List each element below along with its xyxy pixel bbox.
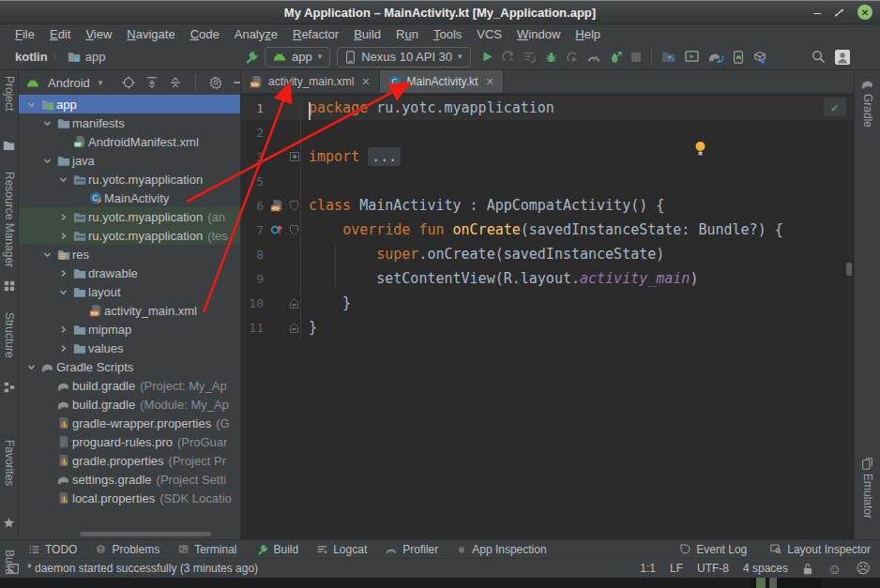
tree-item-androidmanifest-xml[interactable]: MFAndroidManifest.xml bbox=[19, 132, 240, 151]
debug-button[interactable] bbox=[545, 51, 557, 64]
tool-window-button-profiler[interactable]: Profiler bbox=[385, 543, 438, 556]
gradle-sync-button[interactable] bbox=[708, 51, 723, 63]
tree-item-values[interactable]: values bbox=[19, 339, 240, 357]
code-line-3[interactable]: 3import ... bbox=[241, 144, 854, 169]
tree-item-gradle-scripts[interactable]: Gradle Scripts bbox=[19, 357, 240, 376]
tree-item-build-gradle[interactable]: build.gradle(Project: My_Ap bbox=[19, 376, 240, 395]
project-view-select[interactable]: Android bbox=[48, 76, 90, 90]
device-file-explorer-button[interactable] bbox=[661, 51, 675, 63]
device-manager-button[interactable] bbox=[733, 51, 744, 64]
menu-item-view[interactable]: View bbox=[78, 27, 119, 41]
tool-stripe-favorites[interactable]: Favorites bbox=[3, 440, 16, 529]
profiler-gauge-button[interactable] bbox=[587, 52, 600, 63]
hide-panel-button[interactable] bbox=[233, 77, 241, 88]
happy-face-icon[interactable]: ☺ bbox=[827, 561, 842, 577]
tool-window-button-app-inspection[interactable]: App Inspection bbox=[456, 543, 546, 556]
tree-item-layout[interactable]: layout bbox=[19, 282, 240, 301]
menu-item-file[interactable]: File bbox=[8, 27, 42, 41]
intention-bulb-icon[interactable] bbox=[694, 141, 706, 156]
editor-scrollbar-thumb[interactable] bbox=[846, 263, 852, 276]
tree-item-ru-yotc-myapplication[interactable]: ru.yotc.myapplication(tes bbox=[19, 226, 240, 245]
tree-item-local-properties[interactable]: local.properties(SDK Locatio bbox=[19, 489, 240, 507]
menu-item-navigate[interactable]: Navigate bbox=[119, 27, 182, 41]
device-select[interactable]: Nexus 10 API 30 ▾ bbox=[337, 47, 470, 68]
tree-item-activity-main-xml[interactable]: <>activity_main.xml bbox=[19, 301, 240, 320]
expand-all-button[interactable] bbox=[145, 76, 159, 89]
collapse-all-button[interactable] bbox=[169, 76, 182, 89]
code-line-9[interactable]: 9 setContentView(R.layout.activity_main) bbox=[241, 266, 854, 291]
tree-item-java[interactable]: java bbox=[19, 151, 240, 170]
menu-item-refactor[interactable]: Refactor bbox=[285, 27, 346, 41]
tool-window-button-terminal[interactable]: Terminal bbox=[177, 543, 236, 556]
apply-changes-button[interactable] bbox=[523, 51, 537, 63]
tree-item-mainactivity[interactable]: CMainActivity bbox=[19, 188, 240, 207]
profile-avatar-button[interactable] bbox=[835, 50, 850, 65]
chevron-right-icon[interactable] bbox=[56, 343, 70, 354]
tool-window-button-logcat[interactable]: Logcat bbox=[316, 543, 367, 556]
editor-tab-activity-main-xml[interactable]: <>activity_main.xml✕ bbox=[241, 70, 380, 93]
menu-item-help[interactable]: Help bbox=[568, 27, 608, 41]
code-line-5[interactable]: 5 bbox=[241, 169, 854, 193]
gear-button[interactable] bbox=[209, 76, 222, 89]
tree-item-ru-yotc-myapplication[interactable]: ru.yotc.myapplication bbox=[19, 170, 240, 188]
project-horizontal-scrollbar[interactable] bbox=[80, 532, 211, 536]
run-configuration-select[interactable]: app ▾ bbox=[265, 47, 330, 68]
menu-item-build[interactable]: Build bbox=[346, 27, 388, 41]
caret-position[interactable]: 1:1 bbox=[640, 562, 656, 575]
chevron-down-icon[interactable] bbox=[24, 362, 38, 372]
breadcrumb-project[interactable]: kotlin bbox=[15, 50, 48, 64]
tree-item-settings-gradle[interactable]: settings.gradle(Project Setti bbox=[19, 470, 240, 489]
line-ending-indicator[interactable]: LF bbox=[670, 562, 683, 575]
menu-item-code[interactable]: Code bbox=[183, 27, 227, 41]
avd-monitor-button[interactable] bbox=[685, 51, 699, 63]
inspection-status-badge[interactable]: ✔ bbox=[824, 98, 846, 116]
chevron-right-icon[interactable] bbox=[56, 212, 70, 222]
tool-window-button-todo[interactable]: TODO bbox=[28, 543, 77, 556]
chevron-down-icon[interactable] bbox=[40, 156, 54, 166]
tree-item-drawable[interactable]: drawable bbox=[19, 264, 240, 282]
code-line-1[interactable]: 1package ru.yotc.myapplication bbox=[241, 96, 854, 120]
editor-tab-mainactivity-kt[interactable]: CMainActivity.kt✕ bbox=[380, 70, 504, 93]
sad-face-icon[interactable]: ☹ bbox=[856, 560, 871, 577]
locate-file-button[interactable] bbox=[122, 76, 135, 89]
indent-indicator[interactable]: 4 spaces bbox=[743, 562, 788, 575]
stop-button[interactable] bbox=[630, 52, 642, 63]
tool-window-button-build[interactable]: Build bbox=[255, 542, 299, 556]
menu-item-analyze[interactable]: Analyze bbox=[227, 27, 285, 41]
tree-item-res[interactable]: res bbox=[19, 245, 240, 264]
tree-item-mipmap[interactable]: mipmap bbox=[19, 320, 240, 339]
profile-app-button[interactable] bbox=[566, 51, 579, 64]
chevron-down-icon[interactable] bbox=[56, 174, 70, 185]
close-tab-icon[interactable]: ✕ bbox=[485, 76, 493, 88]
chevron-right-icon[interactable] bbox=[56, 268, 70, 279]
tool-window-button-problems[interactable]: Problems bbox=[95, 543, 159, 556]
tool-window-button-event-log[interactable]: Event Log bbox=[679, 543, 747, 556]
tool-stripe-emulator[interactable]: Emulator bbox=[861, 458, 874, 519]
menu-item-edit[interactable]: Edit bbox=[42, 27, 78, 41]
chevron-down-icon[interactable] bbox=[40, 249, 54, 260]
menu-item-tools[interactable]: Tools bbox=[426, 27, 469, 41]
tree-item-build-gradle[interactable]: build.gradle(Module: My_Ap bbox=[19, 395, 240, 414]
close-tab-icon[interactable]: ✕ bbox=[361, 76, 370, 88]
code-line-2[interactable]: 2 bbox=[241, 120, 854, 144]
code-line-10[interactable]: 10 } bbox=[241, 291, 854, 315]
tree-item-proguard-rules-pro[interactable]: proguard-rules.pro(ProGuar bbox=[19, 432, 240, 451]
close-button[interactable]: ✕ bbox=[857, 5, 872, 20]
chevron-down-icon[interactable] bbox=[40, 118, 54, 128]
tool-windows-toggle-icon[interactable] bbox=[8, 563, 20, 575]
search-button[interactable] bbox=[812, 50, 826, 64]
tree-item-gradle-properties[interactable]: gradle.properties(Project Pr bbox=[19, 451, 240, 470]
tool-stripe-structure[interactable]: Structure bbox=[3, 312, 16, 393]
run-button[interactable] bbox=[481, 51, 493, 63]
tree-item-manifests[interactable]: manifests bbox=[19, 113, 240, 132]
menu-item-run[interactable]: Run bbox=[388, 27, 426, 41]
code-line-6[interactable]: 6<>class MainActivity : AppCompatActivit… bbox=[241, 193, 854, 218]
tool-stripe-resource-manager[interactable]: Resource Manager bbox=[3, 172, 16, 292]
readonly-lock-icon[interactable] bbox=[802, 563, 813, 575]
chevron-right-icon[interactable] bbox=[56, 231, 70, 241]
tree-item-ru-yotc-myapplication[interactable]: ru.yotc.myapplication(an bbox=[19, 207, 240, 226]
code-line-11[interactable]: 11} bbox=[241, 315, 854, 339]
minimize-button[interactable]: – bbox=[813, 8, 821, 17]
breadcrumb-module[interactable]: app bbox=[85, 50, 106, 64]
restore-button[interactable] bbox=[834, 8, 844, 18]
